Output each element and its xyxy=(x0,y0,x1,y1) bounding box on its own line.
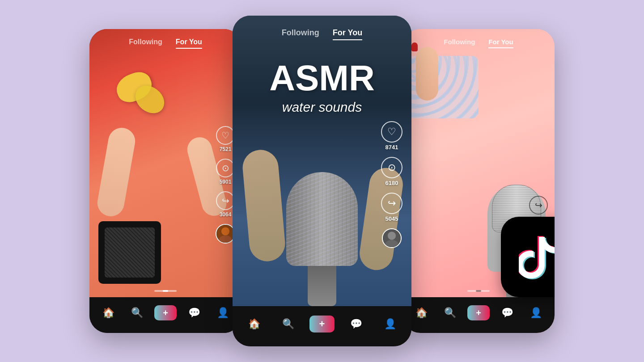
left-home-icon: 🏠 xyxy=(102,307,114,319)
center-search-nav[interactable]: 🔍 xyxy=(271,318,305,330)
left-inbox-icon: 💬 xyxy=(188,307,200,319)
center-shares-group[interactable]: ↪ 5045 xyxy=(381,193,402,222)
phone-right: Following For You ↪ 4367 xyxy=(402,29,555,333)
center-comment-icon[interactable]: ⊙ xyxy=(381,157,402,178)
right-following-tab[interactable]: Following xyxy=(444,38,475,48)
tiktok-logo-svg xyxy=(519,232,555,282)
center-inbox-icon: 💬 xyxy=(350,318,362,330)
center-inbox-nav[interactable]: 💬 xyxy=(339,318,373,330)
phone-center: ASMR water sounds Following For You ♡ 87… xyxy=(233,16,411,346)
left-add-icon: + xyxy=(163,308,168,318)
center-side-icons: ♡ 8741 ⊙ 6180 ↪ 5045 xyxy=(381,121,402,248)
left-add-nav[interactable]: + xyxy=(151,305,180,320)
left-shares-group[interactable]: ↪ 3064 xyxy=(216,191,235,218)
center-add-button[interactable]: + xyxy=(309,316,335,333)
center-mic xyxy=(286,172,358,306)
right-add-button[interactable]: + xyxy=(467,305,490,320)
left-speaker xyxy=(98,221,161,284)
center-video-bg: ASMR water sounds Following For You ♡ 87… xyxy=(233,16,411,306)
left-comments-group[interactable]: ⊙ 5901 xyxy=(216,159,235,185)
left-likes-count: 7521 xyxy=(220,146,232,152)
center-profile-icon: 👤 xyxy=(384,318,396,330)
right-scroll-indicator xyxy=(467,290,490,292)
right-profile-icon: 👤 xyxy=(530,307,542,319)
right-add-icon: + xyxy=(476,308,481,318)
center-following-tab[interactable]: Following xyxy=(282,28,319,40)
center-likes-count: 8741 xyxy=(386,144,398,151)
left-comments-count: 5901 xyxy=(220,179,232,185)
right-add-nav[interactable]: + xyxy=(464,305,493,320)
center-like-icon[interactable]: ♡ xyxy=(381,121,402,143)
center-add-nav[interactable]: + xyxy=(305,316,339,333)
center-share-icon[interactable]: ↪ xyxy=(381,193,402,214)
right-nav-tabs: Following For You xyxy=(402,38,555,48)
left-search-icon: 🔍 xyxy=(131,307,143,319)
asmr-title: ASMR xyxy=(269,60,375,96)
center-comments-count: 6180 xyxy=(386,180,398,186)
right-search-icon: 🔍 xyxy=(444,307,456,319)
right-home-icon: 🏠 xyxy=(415,307,428,319)
phones-container: Following For You ♡ 7521 ⊙ 5901 ↪ 3064 xyxy=(54,16,590,346)
center-profile-nav[interactable]: 👤 xyxy=(373,318,407,330)
right-search-nav[interactable]: 🔍 xyxy=(436,307,464,319)
left-for-you-tab[interactable]: For You xyxy=(176,38,202,49)
left-like-icon[interactable]: ♡ xyxy=(216,126,235,145)
svg-point-1 xyxy=(221,227,229,235)
svg-point-4 xyxy=(388,232,396,240)
center-search-icon: 🔍 xyxy=(282,318,294,330)
left-comment-icon[interactable]: ⊙ xyxy=(216,159,235,177)
center-home-nav[interactable]: 🏠 xyxy=(237,318,271,330)
left-bottom-nav: 🏠 🔍 + 💬 👤 xyxy=(89,297,242,333)
left-add-button[interactable]: + xyxy=(154,305,177,320)
left-likes-group[interactable]: ♡ 7521 xyxy=(216,126,235,152)
center-home-icon: 🏠 xyxy=(248,318,260,330)
center-for-you-tab[interactable]: For You xyxy=(333,28,362,40)
center-bottom-nav: 🏠 🔍 + 💬 👤 xyxy=(233,306,411,346)
left-nav-tabs: Following For You xyxy=(89,38,242,49)
tiktok-logo xyxy=(501,217,555,297)
center-comments-group[interactable]: ⊙ 6180 xyxy=(381,157,402,186)
center-shares-count: 5045 xyxy=(386,215,398,222)
left-video-bg: Following For You ♡ 7521 ⊙ 5901 ↪ 3064 xyxy=(89,29,242,297)
right-profile-nav[interactable]: 👤 xyxy=(521,307,550,319)
right-inbox-icon: 💬 xyxy=(501,307,513,319)
right-inbox-nav[interactable]: 💬 xyxy=(493,307,521,319)
left-following-tab[interactable]: Following xyxy=(129,38,162,49)
left-shares-count: 3064 xyxy=(220,211,232,218)
center-nav-tabs: Following For You xyxy=(233,28,411,40)
center-add-icon: + xyxy=(319,318,325,330)
phone-left: Following For You ♡ 7521 ⊙ 5901 ↪ 3064 xyxy=(89,29,242,333)
right-share-icon[interactable]: ↪ xyxy=(529,196,548,215)
left-search-nav[interactable]: 🔍 xyxy=(123,307,151,319)
right-for-you-tab[interactable]: For You xyxy=(488,38,513,48)
left-inbox-nav[interactable]: 💬 xyxy=(180,307,208,319)
asmr-subtitle: water sounds xyxy=(269,100,375,115)
left-home-nav[interactable]: 🏠 xyxy=(94,307,123,319)
center-avatar[interactable] xyxy=(382,228,402,248)
right-bottom-nav: 🏠 🔍 + 💬 👤 xyxy=(402,297,555,333)
center-likes-group[interactable]: ♡ 8741 xyxy=(381,121,402,151)
left-profile-icon: 👤 xyxy=(217,307,229,319)
asmr-text-block: ASMR water sounds xyxy=(269,60,375,115)
left-share-icon[interactable]: ↪ xyxy=(216,191,235,210)
